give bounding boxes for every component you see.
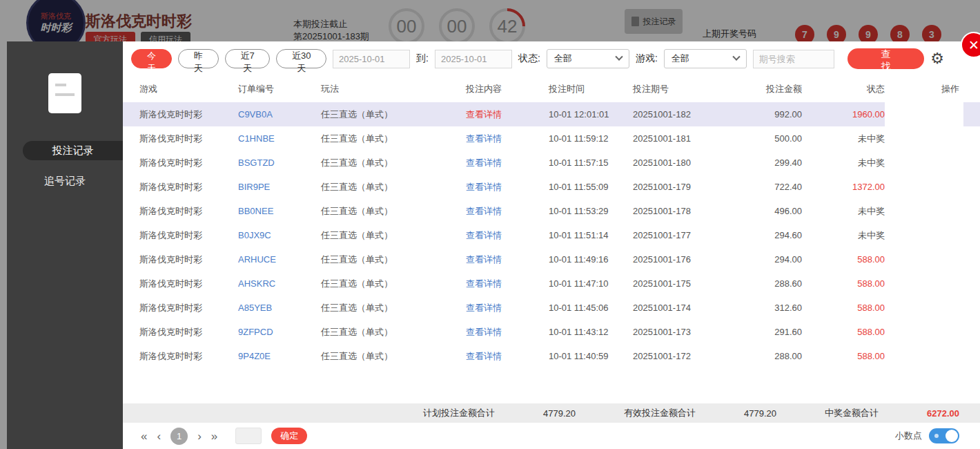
- sidebar-item-bet-records[interactable]: 投注记录: [23, 141, 123, 160]
- prev-page-icon[interactable]: ‹: [157, 430, 161, 442]
- cell-order[interactable]: BIR9PE: [238, 182, 321, 192]
- cell-order[interactable]: C9VB0A: [238, 109, 321, 120]
- table-row[interactable]: 斯洛伐克时时彩 9P4Z0E 任三直选（单式） 查看详情 10-01 11:40…: [123, 344, 980, 368]
- cell-period: 20251001-173: [633, 327, 764, 337]
- header-time: 投注时间: [549, 83, 633, 95]
- cell-game: 斯洛伐克时时彩: [139, 350, 238, 363]
- first-page-icon[interactable]: «: [141, 430, 147, 442]
- table-row[interactable]: 斯洛伐克时时彩 A85YEB 任三直选（单式） 查看详情 10-01 11:45…: [123, 296, 980, 320]
- cell-status: 未中奖: [802, 133, 885, 145]
- cell-content[interactable]: 查看详情: [466, 278, 549, 290]
- cell-period: 20251001-177: [633, 230, 764, 240]
- cell-content[interactable]: 查看详情: [466, 205, 549, 218]
- table-row[interactable]: 斯洛伐克时时彩 BB0NEE 任三直选（单式） 查看详情 10-01 11:53…: [123, 199, 980, 223]
- status-label: 状态:: [518, 52, 540, 65]
- cell-period: 20251001-175: [633, 278, 764, 289]
- page-number-input[interactable]: [235, 428, 262, 444]
- cell-order[interactable]: A85YEB: [238, 303, 321, 313]
- decimal-control: 小数点: [895, 428, 959, 443]
- cell-op: [885, 199, 963, 223]
- cell-time: 10-01 11:49:16: [549, 254, 633, 265]
- sidebar-item-chase-records[interactable]: 追号记录: [7, 171, 123, 191]
- cell-period: 20251001-178: [633, 206, 764, 216]
- cell-content[interactable]: 查看详情: [466, 350, 549, 363]
- table-row[interactable]: 斯洛伐克时时彩 AHSKRC 任三直选（单式） 查看详情 10-01 11:47…: [123, 271, 980, 296]
- cell-op: [885, 126, 963, 151]
- records-document-icon: [48, 73, 81, 113]
- table-row[interactable]: 斯洛伐克时时彩 C1HNBE 任三直选（单式） 查看详情 10-01 11:59…: [123, 126, 980, 151]
- cell-content[interactable]: 查看详情: [466, 229, 549, 242]
- cell-amount: 288.00: [764, 351, 802, 361]
- date-from-input[interactable]: [333, 50, 410, 68]
- quick-filter-button[interactable]: 今天: [131, 49, 172, 68]
- quick-filter-button[interactable]: 近7天: [225, 49, 271, 68]
- decimal-toggle[interactable]: [929, 428, 959, 443]
- next-page-icon[interactable]: ›: [197, 430, 202, 442]
- table-row[interactable]: 斯洛伐克时时彩 BIR9PE 任三直选（单式） 查看详情 10-01 11:55…: [123, 175, 980, 199]
- cell-content[interactable]: 查看详情: [466, 302, 549, 314]
- cell-time: 10-01 11:59:12: [549, 133, 633, 144]
- cell-game: 斯洛伐克时时彩: [139, 157, 238, 169]
- cell-game: 斯洛伐克时时彩: [139, 205, 238, 218]
- cell-op: [885, 271, 963, 296]
- valid-total-value: 4779.20: [744, 408, 776, 419]
- summary-bar: 计划投注金额合计 4779.20 有效投注金额合计 4779.20 中奖金额合计…: [123, 403, 980, 423]
- header-play: 玩法: [321, 83, 466, 95]
- cell-amount: 500.00: [764, 133, 802, 144]
- cell-content[interactable]: 查看详情: [466, 254, 549, 266]
- search-button[interactable]: 查找: [847, 48, 924, 69]
- win-total-label: 中奖金额合计: [825, 407, 879, 419]
- cell-op: [885, 296, 963, 320]
- sidebar-item-label: 追号记录: [44, 175, 86, 188]
- cell-order[interactable]: B0JX9C: [238, 230, 321, 240]
- gear-icon[interactable]: ⚙: [930, 51, 944, 66]
- cell-order[interactable]: BSGTZD: [238, 157, 321, 168]
- cell-amount: 722.40: [764, 182, 802, 192]
- table-row[interactable]: 斯洛伐克时时彩 C9VB0A 任三直选（单式） 查看详情 10-01 12:01…: [123, 102, 980, 126]
- game-label: 游戏:: [636, 52, 658, 65]
- table-row[interactable]: 斯洛伐克时时彩 BSGTZD 任三直选（单式） 查看详情 10-01 11:57…: [123, 151, 980, 175]
- cell-content[interactable]: 查看详情: [466, 157, 549, 169]
- table-row[interactable]: 斯洛伐克时时彩 ARHUCE 任三直选（单式） 查看详情 10-01 11:49…: [123, 247, 980, 271]
- current-page-button[interactable]: 1: [170, 428, 188, 445]
- cell-status: 588.00: [802, 278, 885, 289]
- date-to-input[interactable]: [435, 50, 512, 68]
- table-row[interactable]: 斯洛伐克时时彩 9ZFPCD 任三直选（单式） 查看详情 10-01 11:43…: [123, 320, 980, 344]
- cell-op: [885, 320, 963, 344]
- cell-op: [885, 151, 963, 175]
- table-row[interactable]: 斯洛伐克时时彩 B0JX9C 任三直选（单式） 查看详情 10-01 11:51…: [123, 223, 980, 247]
- header-order: 订单编号: [238, 83, 321, 95]
- cell-play: 任三直选（单式）: [321, 302, 466, 314]
- game-select[interactable]: 全部: [664, 49, 747, 68]
- cell-time: 10-01 11:53:29: [549, 206, 633, 216]
- cell-status: 未中奖: [802, 157, 885, 169]
- cell-content[interactable]: 查看详情: [466, 181, 549, 193]
- cell-play: 任三直选（单式）: [321, 278, 466, 290]
- cell-amount: 291.60: [764, 327, 802, 337]
- cell-status: 未中奖: [802, 205, 885, 218]
- cell-period: 20251001-179: [633, 182, 764, 192]
- quick-filter-button[interactable]: 昨天: [178, 49, 219, 68]
- last-page-icon[interactable]: »: [211, 430, 217, 442]
- cell-time: 10-01 11:47:10: [549, 278, 633, 289]
- cell-content[interactable]: 查看详情: [466, 108, 549, 121]
- cell-order[interactable]: 9ZFPCD: [238, 327, 321, 337]
- cell-order[interactable]: AHSKRC: [238, 278, 321, 289]
- cell-time: 10-01 12:01:01: [549, 109, 633, 120]
- quick-filter-button[interactable]: 近30天: [276, 49, 326, 68]
- cell-order[interactable]: C1HNBE: [238, 133, 321, 144]
- confirm-page-button[interactable]: 确定: [271, 428, 307, 444]
- chevron-down-icon: [732, 53, 740, 61]
- header-content: 投注内容: [466, 83, 549, 95]
- status-select[interactable]: 全部: [547, 49, 629, 68]
- cell-period: 20251001-180: [633, 157, 764, 168]
- cell-status: 1372.00: [802, 182, 885, 192]
- cell-content[interactable]: 查看详情: [466, 133, 549, 145]
- header-actions: 操作: [885, 83, 963, 95]
- cell-time: 10-01 11:40:59: [549, 351, 633, 361]
- cell-order[interactable]: 9P4Z0E: [238, 351, 321, 361]
- cell-order[interactable]: ARHUCE: [238, 254, 321, 265]
- cell-order[interactable]: BB0NEE: [238, 206, 321, 216]
- period-search-input[interactable]: [753, 50, 834, 68]
- cell-content[interactable]: 查看详情: [466, 326, 549, 338]
